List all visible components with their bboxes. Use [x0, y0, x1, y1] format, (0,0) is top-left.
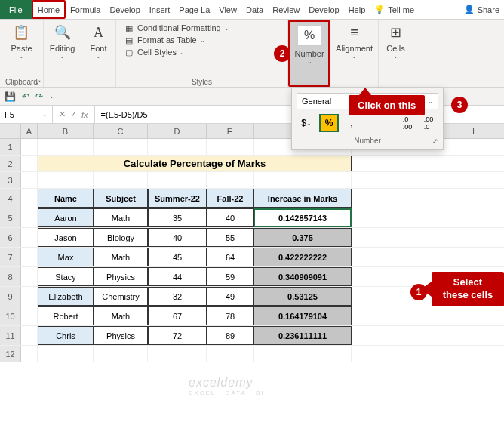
cell[interactable] [94, 139, 148, 155]
cell[interactable] [21, 208, 38, 227]
decrease-decimal-button[interactable]: .00.0 [419, 114, 438, 132]
cell[interactable]: 89 [207, 326, 254, 345]
cell[interactable]: Math [94, 248, 148, 266]
cell[interactable] [463, 172, 484, 188]
cell[interactable]: Jason [38, 228, 94, 247]
cell[interactable] [407, 228, 463, 247]
alignment-button[interactable]: ≡ Alignment ⌄ [333, 21, 376, 61]
cell[interactable] [21, 306, 38, 325]
cell[interactable] [407, 172, 463, 188]
cell[interactable] [21, 172, 38, 188]
cell[interactable] [38, 139, 94, 155]
tab-insert[interactable]: Insert [145, 0, 175, 19]
cancel-icon[interactable]: ✕ [59, 109, 66, 119]
comma-style-button[interactable]: , [342, 114, 361, 132]
increase-decimal-button[interactable]: .0.00 [398, 114, 417, 132]
row-header[interactable]: 6 [0, 228, 21, 247]
cell[interactable] [352, 156, 407, 171]
cell[interactable]: Physics [94, 326, 148, 345]
qat-customize[interactable]: ⌄ [49, 93, 54, 100]
cell-increase[interactable]: 0.340909091 [254, 267, 352, 286]
cell[interactable]: 78 [207, 306, 254, 325]
cell[interactable] [407, 189, 463, 208]
tab-pagelayout[interactable]: Page La [174, 0, 214, 19]
cell[interactable]: Name [38, 189, 94, 208]
cell[interactable] [21, 267, 38, 286]
cell[interactable]: 40 [207, 208, 254, 227]
tab-help[interactable]: Help [344, 0, 370, 19]
cell[interactable]: 45 [148, 248, 207, 266]
cell[interactable] [148, 172, 207, 188]
cell[interactable]: 55 [207, 228, 254, 247]
paste-button[interactable]: 📋 Paste ⌄ [8, 21, 35, 61]
col-header[interactable]: C [94, 124, 148, 138]
tab-view[interactable]: View [214, 0, 241, 19]
cell[interactable]: Biology [94, 228, 148, 247]
cell[interactable]: Subject [94, 189, 148, 208]
number-button[interactable]: % Number ⌄ [291, 23, 327, 66]
row-header[interactable]: 3 [0, 172, 21, 188]
cell[interactable] [21, 139, 38, 155]
cell[interactable]: Math [94, 208, 148, 227]
conditional-formatting-button[interactable]: ▦Conditional Formatting ⌄ [124, 23, 229, 33]
editing-button[interactable]: 🔍 Editing ⌄ [47, 21, 78, 61]
cell[interactable] [254, 172, 352, 188]
cell[interactable] [463, 228, 484, 247]
cell[interactable]: 44 [148, 267, 207, 286]
name-box[interactable]: F5⌄ [0, 106, 53, 123]
cell[interactable]: Math [94, 306, 148, 325]
cell[interactable] [407, 208, 463, 227]
cell[interactable] [407, 248, 463, 266]
col-header[interactable]: I [463, 124, 484, 138]
cell[interactable]: 72 [148, 326, 207, 345]
cell[interactable] [352, 189, 407, 208]
cell[interactable]: 67 [148, 306, 207, 325]
cell[interactable]: Chemistry [94, 287, 148, 306]
row-header[interactable]: 5 [0, 208, 21, 227]
cell[interactable] [407, 156, 463, 171]
cell[interactable] [21, 326, 38, 345]
redo-icon[interactable]: ↷ [35, 91, 43, 102]
share[interactable]: 👤Share [459, 0, 504, 19]
cell[interactable]: Max [38, 248, 94, 266]
cell[interactable]: 32 [148, 287, 207, 306]
cell[interactable] [352, 172, 407, 188]
percent-style-button[interactable]: % [319, 114, 339, 132]
cell-increase[interactable]: 0.375 [254, 228, 352, 247]
cell[interactable] [352, 346, 407, 362]
clipboard-launcher[interactable]: ⤢ [35, 79, 41, 86]
cell[interactable]: Aaron [38, 208, 94, 227]
cell-increase[interactable]: 0.164179104 [254, 306, 352, 325]
cell[interactable] [352, 208, 407, 227]
cell[interactable] [352, 228, 407, 247]
tab-formulas[interactable]: Formula [66, 0, 105, 19]
col-header[interactable]: D [148, 124, 207, 138]
tab-file[interactable]: File [0, 0, 32, 19]
row-header[interactable]: 9 [0, 287, 21, 306]
cell[interactable] [148, 139, 207, 155]
row-header[interactable]: 1 [0, 139, 21, 155]
col-header[interactable]: A [21, 124, 38, 138]
cell-increase[interactable]: 0.236111111 [254, 326, 352, 345]
cell[interactable]: Chris [38, 326, 94, 345]
cell[interactable] [254, 346, 352, 362]
cell[interactable] [407, 346, 463, 362]
enter-icon[interactable]: ✓ [70, 109, 77, 119]
number-launcher[interactable]: ⤢ [432, 137, 438, 145]
cell[interactable] [463, 208, 484, 227]
font-button[interactable]: A Font ⌄ [86, 21, 112, 61]
cell[interactable] [463, 306, 484, 325]
row-header[interactable]: 11 [0, 326, 21, 345]
cell[interactable] [463, 248, 484, 266]
row-header[interactable]: 4 [0, 189, 21, 208]
cell[interactable]: 59 [207, 267, 254, 286]
undo-icon[interactable]: ↶ [22, 91, 29, 102]
cell[interactable] [38, 172, 94, 188]
cell-increase[interactable]: 0.53125 [254, 287, 352, 306]
tab-developer2[interactable]: Develop [304, 0, 343, 19]
cell[interactable] [21, 287, 38, 306]
cell[interactable]: Robert [38, 306, 94, 325]
cell[interactable] [463, 326, 484, 345]
cell[interactable] [207, 346, 254, 362]
cell[interactable]: Physics [94, 267, 148, 286]
